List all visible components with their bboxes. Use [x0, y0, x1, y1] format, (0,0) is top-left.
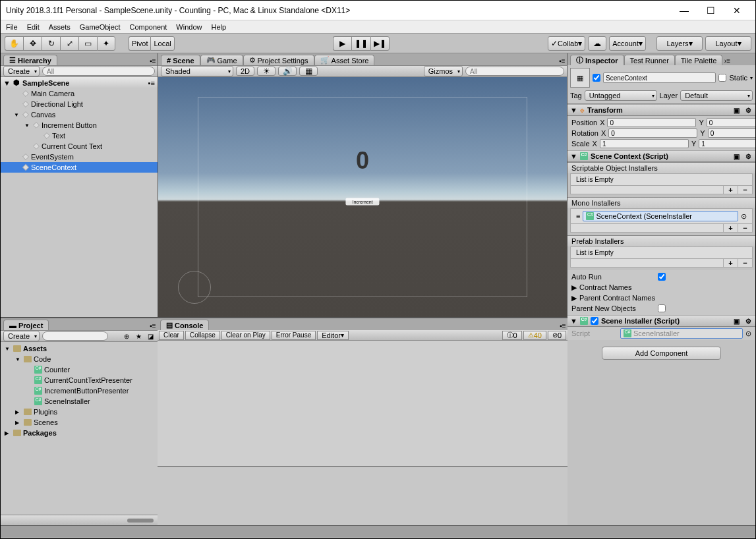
scene-installer-enabled[interactable]	[591, 317, 598, 325]
project-item[interactable]: C#Counter	[2, 364, 156, 375]
minimize-button[interactable]: —	[671, 1, 697, 20]
scene-menu-icon[interactable]: ▪≡	[148, 79, 155, 87]
transform-tool[interactable]: ✦	[97, 36, 115, 51]
hierarchy-item[interactable]: Directional Light	[1, 99, 158, 109]
console-tab[interactable]: ▤ Console	[160, 320, 209, 330]
component-menu-icon[interactable]: ⚙	[743, 152, 753, 161]
hierarchy-item[interactable]: EventSystem	[1, 152, 158, 162]
audio-icon[interactable]: 🔊	[278, 67, 297, 76]
hierarchy-tab[interactable]: ☰ Hierarchy	[3, 55, 57, 65]
2d-button[interactable]: 2D	[236, 67, 254, 76]
console-collapse[interactable]: Collapse	[185, 331, 220, 340]
drag-handle-icon[interactable]: ≡	[576, 212, 580, 220]
hierarchy-item[interactable]: Main Camera	[1, 88, 158, 99]
fx-icon[interactable]: ▦	[299, 67, 318, 76]
hierarchy-item[interactable]: SceneContext	[1, 162, 158, 173]
component-help-icon[interactable]: ▣	[732, 152, 741, 161]
test-runner-tab[interactable]: Test Runner	[624, 55, 675, 65]
mono-installer-field[interactable]: C#SceneContext (SceneInstaller	[583, 211, 738, 221]
maximize-button[interactable]: ☐	[697, 1, 724, 20]
tag-dropdown[interactable]: Untagged	[585, 90, 657, 101]
hierarchy-item[interactable]: Current Count Text	[1, 141, 158, 152]
project-item[interactable]: ▼Code	[2, 354, 156, 364]
play-button[interactable]: ▶	[333, 36, 351, 51]
asset-store-tab[interactable]: 🛒 Asset Store	[314, 55, 375, 65]
remove-item-icon[interactable]: −	[738, 224, 752, 232]
console-clear[interactable]: Clear	[159, 331, 184, 340]
hierarchy-search[interactable]	[42, 67, 155, 76]
chevron-right-icon[interactable]: ▶	[571, 283, 577, 292]
hierarchy-item[interactable]: ▼Increment Button	[1, 120, 158, 130]
project-item[interactable]: ▼Assets	[2, 343, 156, 354]
hidden-icon[interactable]: ◪	[146, 331, 155, 341]
menu-file[interactable]: File	[6, 23, 18, 31]
project-item[interactable]: ▶Plugins	[2, 407, 156, 417]
inspector-options-icon[interactable]: ›≡	[722, 56, 732, 65]
active-checkbox[interactable]	[593, 74, 600, 82]
move-tool[interactable]: ✥	[23, 36, 42, 51]
add-item-icon[interactable]: +	[723, 186, 738, 194]
tile-palette-tab[interactable]: Tile Palette	[675, 55, 723, 65]
rotate-tool[interactable]: ↻	[42, 36, 60, 51]
console-editor[interactable]: Editor ▾	[317, 331, 349, 340]
static-dropdown-icon[interactable]: ▾	[750, 75, 753, 81]
project-item[interactable]: C#CurrentCountTextPresenter	[2, 375, 156, 385]
hierarchy-item[interactable]: ▼Canvas	[1, 109, 158, 120]
chevron-right-icon[interactable]: ▶	[571, 294, 577, 302]
layer-dropdown[interactable]: Default	[680, 90, 753, 101]
add-component-button[interactable]: Add Component	[602, 347, 722, 360]
menu-assets[interactable]: Assets	[49, 23, 71, 31]
console-options-icon[interactable]: ▪≡	[558, 321, 567, 330]
menu-help[interactable]: Help	[211, 23, 226, 31]
component-help-icon[interactable]: ▣	[732, 316, 741, 326]
scene-view[interactable]: 0 Increment	[158, 77, 567, 317]
scene-tab[interactable]: # Scene	[161, 55, 200, 65]
project-item[interactable]: C#IncrementButtonPresenter	[2, 385, 156, 396]
console-info-count[interactable]: ⓘ0	[502, 331, 522, 340]
console-error-pause[interactable]: Error Pause	[272, 331, 316, 340]
project-slider[interactable]	[127, 519, 154, 523]
component-help-icon[interactable]: ▣	[732, 105, 741, 115]
menu-gameobject[interactable]: GameObject	[80, 23, 121, 31]
scene-installer-header[interactable]: ▼ C# Scene Installer (Script) ▣ ⚙	[567, 315, 755, 327]
step-button[interactable]: ▶❚	[370, 36, 390, 51]
lighting-icon[interactable]: ☀	[257, 67, 276, 76]
layers-button[interactable]: Layers ▾	[656, 36, 703, 51]
console-error-count[interactable]: ⊘0	[548, 331, 566, 340]
scale-y[interactable]	[699, 139, 755, 148]
project-item[interactable]: ▶Scenes	[2, 417, 156, 428]
object-name-field[interactable]	[603, 72, 716, 83]
static-checkbox[interactable]	[718, 74, 726, 82]
game-tab[interactable]: 🎮 Game	[200, 55, 243, 65]
project-settings-tab[interactable]: ⚙ Project Settings	[243, 55, 314, 65]
scene-root[interactable]: ▼ ⬢ SampleScene ▪≡	[1, 77, 158, 88]
component-menu-icon[interactable]: ⚙	[743, 316, 753, 326]
inspector-tab[interactable]: ⓘ Inspector	[570, 55, 624, 65]
hand-tool[interactable]: ✋	[5, 36, 23, 51]
component-menu-icon[interactable]: ⚙	[743, 105, 753, 115]
project-tab[interactable]: ▬ Project	[3, 320, 49, 330]
add-item-icon[interactable]: +	[723, 259, 738, 267]
remove-item-icon[interactable]: −	[738, 186, 752, 194]
scene-search[interactable]	[465, 67, 564, 76]
object-picker-icon[interactable]: ⊙	[741, 212, 747, 221]
menu-window[interactable]: Window	[176, 23, 202, 31]
gameobject-icon[interactable]: ▦	[570, 68, 590, 88]
scene-context-header[interactable]: ▼ C# Scene Context (Script) ▣ ⚙	[567, 150, 755, 162]
object-picker-icon[interactable]: ⊙	[745, 329, 751, 338]
position-y[interactable]	[707, 118, 755, 127]
scale-x[interactable]	[600, 139, 689, 148]
scale-tool[interactable]: ⤢	[60, 36, 78, 51]
remove-item-icon[interactable]: −	[738, 259, 752, 267]
rotation-x[interactable]	[608, 128, 697, 138]
add-item-icon[interactable]: +	[723, 224, 738, 232]
shaded-dropdown[interactable]: Shaded	[161, 66, 233, 76]
project-options-icon[interactable]: ▪≡	[148, 321, 158, 330]
local-button[interactable]: Local	[150, 36, 174, 51]
project-item[interactable]: C#SceneInstaller	[2, 396, 156, 407]
position-x[interactable]	[607, 118, 696, 127]
hierarchy-options-icon[interactable]: ▪≡	[148, 56, 158, 65]
console-warn-count[interactable]: ⚠40	[523, 331, 546, 340]
account-button[interactable]: Account ▾	[609, 36, 646, 51]
project-search[interactable]	[42, 331, 108, 341]
